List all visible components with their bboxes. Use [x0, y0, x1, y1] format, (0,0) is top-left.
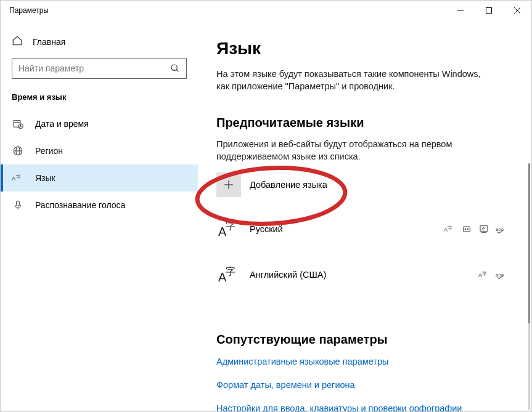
- plus-icon: [216, 172, 241, 197]
- sidebar-item-label: Распознавание голоса: [35, 200, 125, 210]
- language-icon: A 字: [12, 172, 24, 184]
- language-glyph-icon: A 字: [216, 262, 241, 287]
- sidebar-item-datetime[interactable]: Дата и время: [1, 110, 198, 137]
- svg-text:A: A: [478, 273, 482, 279]
- related-settings-title: Сопутствующие параметры: [216, 333, 507, 347]
- preferred-languages-title: Предпочитаемые языки: [216, 116, 507, 130]
- sidebar-item-label: Дата и время: [35, 119, 89, 129]
- language-item-english-us[interactable]: A 字 Английский (США) A字 abc: [216, 256, 507, 302]
- language-glyph-icon: A 字: [216, 217, 241, 241]
- minimize-icon: [457, 7, 464, 14]
- svg-text:A: A: [444, 227, 448, 233]
- sidebar: Главная Время и язык Дата и время: [1, 20, 198, 411]
- link-input-keyboard-spelling[interactable]: Настройки для ввода, клавиатуры и провер…: [216, 403, 507, 411]
- maximize-button[interactable]: [475, 1, 503, 20]
- close-button[interactable]: [503, 1, 531, 20]
- maximize-icon: [486, 7, 492, 14]
- search-icon: [164, 63, 186, 73]
- page-title: Язык: [216, 39, 507, 59]
- svg-text:字: 字: [226, 266, 235, 277]
- svg-text:字: 字: [16, 174, 21, 180]
- minimize-button[interactable]: [446, 1, 475, 20]
- sidebar-item-speech[interactable]: Распознавание голоса: [1, 192, 198, 219]
- svg-text:字: 字: [448, 225, 452, 231]
- sidebar-item-label: Язык: [35, 173, 55, 183]
- sidebar-item-language[interactable]: A 字 Язык: [1, 164, 198, 192]
- language-feature-indicators: A字 abc: [478, 269, 507, 280]
- display-language-icon: A字: [478, 269, 489, 280]
- sidebar-section-title: Время и язык: [1, 92, 198, 110]
- svg-line-10: [21, 126, 22, 127]
- sidebar-item-label: Регион: [35, 146, 63, 156]
- svg-point-25: [465, 229, 465, 230]
- home-icon: [12, 35, 23, 48]
- link-date-time-region-format[interactable]: Формат даты, времени и региона: [216, 380, 507, 390]
- language-name: Русский: [250, 224, 435, 234]
- window-controls: [446, 1, 531, 20]
- page-description: На этом языке будут показываться такие к…: [216, 68, 481, 92]
- svg-point-26: [467, 229, 468, 230]
- svg-rect-16: [17, 201, 20, 206]
- globe-icon: [12, 145, 24, 157]
- microphone-icon: [12, 199, 24, 211]
- window-title: Параметры: [9, 6, 49, 15]
- preferred-languages-description: Приложения и веб-сайты будут отображатьс…: [216, 139, 481, 163]
- add-language-label: Добавление языка: [250, 180, 327, 190]
- titlebar: Параметры: [1, 1, 531, 20]
- svg-text:abc: abc: [496, 227, 504, 232]
- scrollbar-thumb[interactable]: [528, 163, 530, 323]
- svg-text:abc: abc: [496, 272, 504, 278]
- link-admin-language-settings[interactable]: Административные языковые параметры: [216, 357, 507, 366]
- display-language-icon: A字: [444, 224, 455, 235]
- handwriting-icon: [478, 224, 489, 235]
- language-item-russian[interactable]: A 字 Русский A字 abc: [216, 211, 507, 256]
- svg-rect-1: [486, 8, 492, 14]
- main-content: Язык На этом языке будут показываться та…: [198, 20, 531, 411]
- svg-text:字: 字: [226, 220, 235, 231]
- svg-text:A: A: [12, 176, 16, 182]
- language-feature-indicators: A字 abc: [444, 224, 507, 235]
- svg-text:字: 字: [482, 271, 487, 277]
- text-to-speech-icon: [461, 224, 472, 235]
- svg-point-4: [171, 65, 177, 70]
- sidebar-item-region[interactable]: Регион: [1, 137, 198, 164]
- svg-rect-6: [14, 121, 20, 127]
- home-nav[interactable]: Главная: [1, 30, 198, 53]
- spellcheck-icon: abc: [496, 224, 507, 235]
- home-label: Главная: [33, 37, 65, 47]
- search-input-container[interactable]: [12, 58, 187, 79]
- svg-rect-24: [464, 227, 470, 232]
- language-name: Английский (США): [250, 270, 470, 280]
- spellcheck-icon: abc: [496, 269, 507, 280]
- search-input[interactable]: [12, 63, 164, 73]
- add-language-button[interactable]: Добавление языка: [216, 172, 507, 197]
- calendar-clock-icon: [12, 118, 24, 130]
- close-icon: [514, 7, 520, 14]
- svg-line-5: [176, 70, 178, 71]
